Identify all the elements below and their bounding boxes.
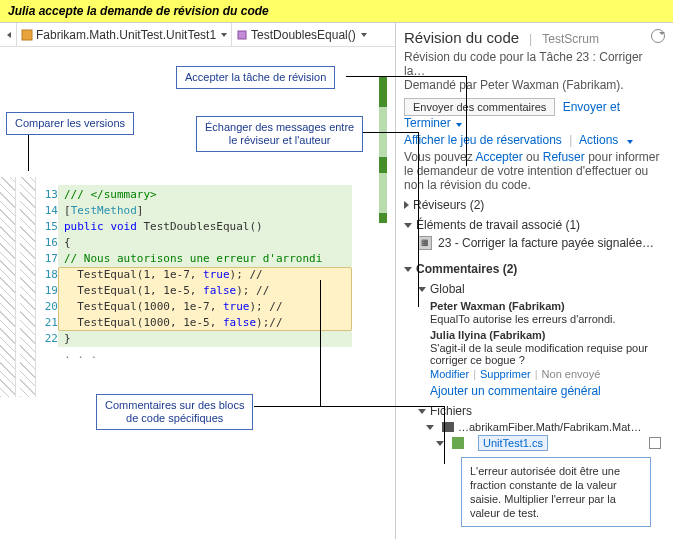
callout-compare: Comparer les versions: [6, 112, 134, 135]
files-group[interactable]: Fichiers: [418, 404, 665, 418]
panel-subtitle: TestScrum: [542, 32, 599, 46]
add-general-comment-link[interactable]: Ajouter un commentaire général: [430, 384, 601, 398]
work-item[interactable]: ▦ 23 - Corriger la facture payée signalé…: [418, 234, 665, 252]
file-checkbox[interactable]: [649, 437, 661, 449]
line-numbers: 13141516171819202122: [38, 187, 58, 347]
folder-row[interactable]: …abrikamFiber.Math/Fabrikam.Mat…: [426, 420, 665, 434]
reviewers-section[interactable]: Réviseurs (2): [404, 198, 665, 212]
svg-rect-0: [22, 30, 32, 40]
workitems-section[interactable]: Éléments de travail associé (1): [404, 218, 665, 232]
global-group[interactable]: Global: [418, 282, 665, 296]
file-label: Fabrikam.Math.UnitTest.UnitTest1: [36, 28, 216, 42]
modify-link[interactable]: Modifier: [430, 368, 469, 380]
comment-2: Julia Ilyina (Fabrikam) S'agit-il de la …: [430, 329, 665, 380]
file-row[interactable]: UnitTest1.cs: [436, 434, 665, 452]
accept-prompt: Vous pouvez Accepter ou Refuser pour inf…: [404, 150, 665, 192]
file-dropdown[interactable]: Fabrikam.Math.UnitTest.UnitTest1: [17, 28, 231, 42]
editor-toolbar: Fabrikam.Math.UnitTest.UnitTest1 TestDou…: [0, 23, 395, 47]
refresh-icon[interactable]: [651, 29, 665, 43]
not-sent-status: Non envoyé: [542, 368, 601, 380]
actions-link[interactable]: Actions: [579, 133, 633, 147]
csharp-icon: [452, 437, 464, 449]
shelveset-link[interactable]: Afficher le jeu de réservations: [404, 133, 562, 147]
diff-margin: [0, 177, 16, 397]
diff-margin-2: [20, 177, 36, 397]
task-info: Révision du code pour la Tâche 23 : Corr…: [404, 50, 665, 92]
banner: Julia accepte la demande de révision du …: [0, 0, 673, 23]
file-name[interactable]: UnitTest1.cs: [478, 435, 548, 451]
method-icon: [236, 29, 248, 41]
panel-title: Révision du code: [404, 29, 519, 46]
svg-rect-1: [238, 31, 246, 39]
editor-pane: Fabrikam.Math.UnitTest.UnitTest1 TestDou…: [0, 23, 396, 539]
code-text[interactable]: /// </summary> [[TestMethod]TestMethod] …: [64, 187, 322, 363]
callout-accept: Accepter la tâche de révision: [176, 66, 335, 89]
class-icon: [21, 29, 33, 41]
workitem-icon: ▦: [418, 236, 432, 250]
comment-1: Peter Waxman (Fabrikam) EqualTo autorise…: [430, 300, 665, 325]
inline-comment-tooltip: L'erreur autorisée doit être une fractio…: [461, 457, 651, 527]
method-dropdown[interactable]: TestDoublesEqual(): [232, 28, 371, 42]
method-label: TestDoublesEqual(): [251, 28, 356, 42]
accept-link[interactable]: Accepter: [475, 150, 522, 164]
send-comments-button[interactable]: Envoyer des commentaires: [404, 98, 555, 116]
svg-rect-2: [452, 437, 464, 449]
comments-section[interactable]: Commentaires (2): [404, 262, 665, 276]
delete-link[interactable]: Supprimer: [480, 368, 531, 380]
minimap[interactable]: [373, 77, 393, 377]
nav-back[interactable]: [0, 33, 16, 37]
refuse-link[interactable]: Refuser: [543, 150, 585, 164]
callout-blocks: Commentaires sur des blocsde code spécif…: [96, 394, 253, 430]
callout-exchange: Échanger des messages entrele réviseur e…: [196, 116, 363, 152]
work-item-label: 23 - Corriger la facture payée signalée…: [438, 236, 654, 250]
